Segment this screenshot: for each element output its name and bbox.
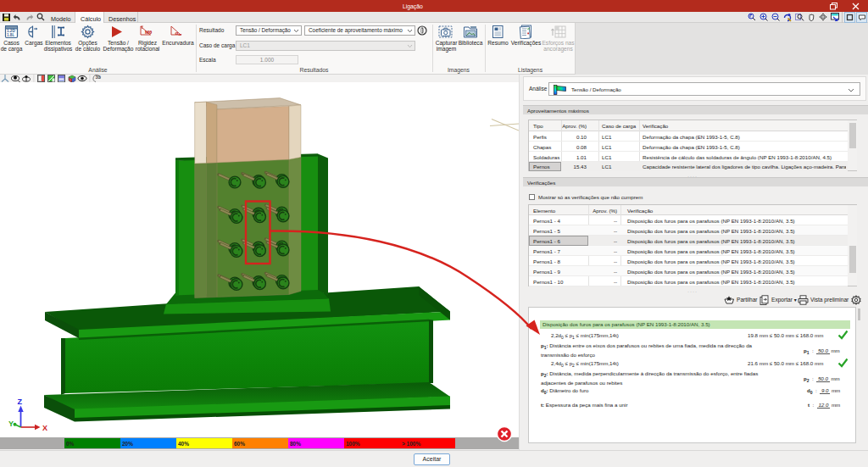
svg-text:Y: Y <box>8 420 14 428</box>
svg-text:X: X <box>42 424 47 432</box>
svg-text:Mθ: Mθ <box>145 30 152 35</box>
svg-text:3D: 3D <box>96 75 102 80</box>
svg-text:Z: Z <box>18 398 23 406</box>
svg-text:cr: cr <box>179 32 182 36</box>
svg-text:1.8L: 1.8L <box>7 33 14 37</box>
